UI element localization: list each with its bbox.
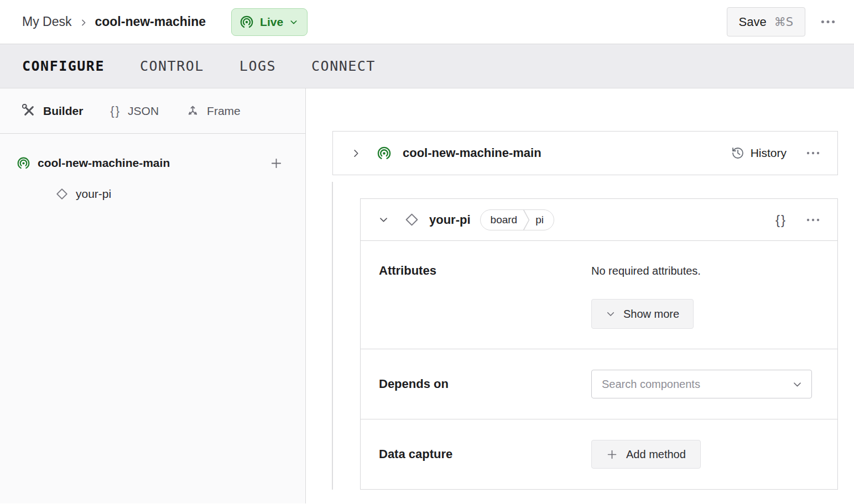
- part-card-title: cool-new-machine-main: [403, 146, 541, 160]
- header-overflow-menu-button[interactable]: [817, 17, 839, 27]
- ellipsis-icon: [806, 218, 820, 222]
- attributes-label: Attributes: [379, 263, 591, 279]
- chevron-down-icon: [792, 379, 803, 390]
- part-card: cool-new-machine-main History: [332, 131, 838, 175]
- view-frame[interactable]: Frame: [186, 104, 241, 118]
- tree-item-component-label: your-pi: [76, 187, 111, 201]
- view-json[interactable]: {} JSON: [110, 104, 159, 118]
- tab-connect[interactable]: CONNECT: [311, 58, 376, 74]
- component-type-badge: board pi: [480, 209, 554, 230]
- show-more-label: Show more: [623, 308, 679, 321]
- part-collapse-toggle[interactable]: [347, 145, 364, 162]
- configure-main-panel: cool-new-machine-main History: [306, 88, 854, 503]
- view-json-label: JSON: [128, 104, 159, 118]
- tree-item-part-label: cool-new-machine-main: [38, 156, 267, 170]
- chevron-right-icon: [79, 18, 88, 27]
- breadcrumb: My Desk cool-new-machine: [22, 14, 206, 29]
- top-header: My Desk cool-new-machine Live Save ⌘S: [0, 0, 854, 44]
- tab-configure[interactable]: CONFIGURE: [22, 58, 105, 74]
- tree-item-part[interactable]: cool-new-machine-main: [0, 150, 305, 176]
- view-frame-label: Frame: [207, 104, 241, 118]
- add-method-label: Add method: [626, 448, 686, 461]
- configure-sidebar: Builder {} JSON Frame: [0, 88, 306, 503]
- machine-tab-bar: CONFIGURE CONTROL LOGS CONNECT: [0, 44, 854, 88]
- axes-icon: [186, 104, 200, 118]
- save-shortcut: ⌘S: [774, 15, 793, 29]
- depends-on-select[interactable]: [591, 370, 812, 398]
- data-capture-section: Data capture Add method: [361, 419, 837, 489]
- show-more-button[interactable]: Show more: [591, 299, 694, 329]
- attributes-empty-text: No required attributes.: [591, 263, 837, 279]
- live-status-label: Live: [260, 15, 283, 29]
- depends-on-search-input[interactable]: [602, 378, 792, 391]
- ellipsis-icon: [806, 151, 820, 155]
- history-label: History: [751, 146, 787, 160]
- chevron-down-icon: [606, 309, 616, 319]
- badge-divider-icon: [523, 209, 530, 230]
- component-card-header: your-pi board pi {}: [361, 199, 837, 241]
- add-method-button[interactable]: Add method: [591, 440, 701, 469]
- view-builder[interactable]: Builder: [22, 104, 83, 118]
- live-status-dropdown[interactable]: Live: [231, 8, 308, 36]
- braces-icon: {}: [110, 104, 121, 118]
- content-area: Builder {} JSON Frame: [0, 88, 854, 503]
- component-diamond-icon: [404, 212, 419, 227]
- badge-type-label: board: [481, 214, 523, 226]
- attributes-value-column: No required attributes. Show more: [591, 263, 837, 329]
- add-component-button[interactable]: [267, 154, 286, 173]
- history-button[interactable]: History: [731, 146, 787, 160]
- view-builder-label: Builder: [43, 104, 83, 118]
- plus-icon: [606, 449, 618, 460]
- component-collapse-toggle[interactable]: [375, 211, 392, 228]
- component-diamond-icon: [55, 187, 69, 201]
- tab-logs[interactable]: LOGS: [239, 58, 276, 74]
- clock-history-icon: [731, 146, 744, 160]
- ellipsis-icon: [821, 20, 835, 24]
- component-card: your-pi board pi {} Attributes: [360, 198, 838, 490]
- save-label: Save: [739, 15, 767, 29]
- attributes-section: Attributes No required attributes. Show …: [361, 241, 837, 349]
- chevron-down-icon: [378, 214, 389, 225]
- part-card-menu-button[interactable]: [803, 148, 823, 158]
- crossed-tools-icon: [22, 104, 36, 118]
- sidebar-view-switcher: Builder {} JSON Frame: [0, 88, 305, 134]
- broadcast-icon: [239, 15, 254, 29]
- depends-on-label: Depends on: [379, 376, 591, 392]
- component-json-button[interactable]: {}: [775, 212, 787, 228]
- breadcrumb-current: cool-new-machine: [95, 14, 206, 29]
- badge-model-label: pi: [530, 214, 554, 226]
- component-title: your-pi: [429, 213, 471, 227]
- breadcrumb-parent-link[interactable]: My Desk: [22, 14, 71, 29]
- machine-part-icon: [377, 146, 392, 161]
- data-capture-label: Data capture: [379, 447, 591, 462]
- plus-icon: [270, 157, 283, 170]
- depends-on-section: Depends on: [361, 349, 837, 419]
- save-button[interactable]: Save ⌘S: [727, 7, 806, 36]
- chevron-right-icon: [351, 148, 361, 159]
- machine-part-icon: [17, 156, 30, 170]
- machine-tree: cool-new-machine-main your-pi: [0, 134, 305, 207]
- chevron-down-icon: [289, 18, 298, 27]
- tree-item-component[interactable]: your-pi: [0, 181, 305, 207]
- tree-rail: [332, 182, 333, 490]
- component-card-menu-button[interactable]: [803, 215, 823, 225]
- tab-control[interactable]: CONTROL: [140, 58, 204, 74]
